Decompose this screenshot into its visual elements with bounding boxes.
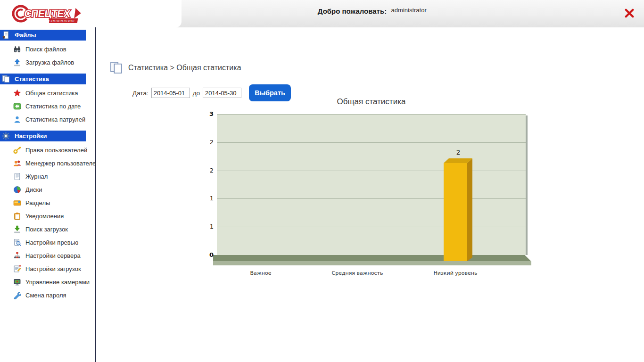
sidebar-item-sections[interactable]: Разделы (0, 196, 95, 209)
main-content: Статистика > Общая статистика Дата: до В… (96, 27, 644, 362)
pages-icon (110, 61, 123, 74)
sidebar-section-settings: Настройки Права пользователей Менеджер п… (0, 131, 95, 302)
sidebar-item-label: Общая статистика (25, 90, 78, 97)
wrench-icon (13, 291, 21, 299)
sidebar-item-label: Смена пароля (25, 292, 66, 299)
sidebar-item-patrol-statistics[interactable]: Статистика патрулей (0, 113, 95, 126)
logo-subtext: КОНСОЛТИНГ (50, 19, 76, 23)
gridline (217, 227, 526, 227)
pages-icon (2, 75, 10, 83)
sidebar-item-file-search[interactable]: Поиск файлов (0, 42, 95, 56)
y-axis-tick-label: 1 (210, 195, 214, 202)
sidebar-item-label: Настройки сервера (25, 252, 81, 259)
sidebar-item-disks[interactable]: Диски (0, 183, 95, 196)
section-title: Настройки (15, 132, 47, 140)
sidebar-item-label: Статистика по дате (25, 103, 81, 110)
users-icon (13, 159, 21, 167)
sidebar-item-label: Загрузка файлов (25, 59, 74, 66)
y-axis-tick-label: 0 (209, 251, 214, 258)
sidebar-item-label: Управление камерами (25, 279, 90, 286)
sidebar-section-header-statistics: Статистика (0, 74, 86, 84)
sections-icon (13, 199, 21, 207)
sidebar-item-label: Менеджер пользователей (25, 160, 99, 167)
y-axis-tick-label: 2 (210, 139, 214, 146)
person-icon (13, 115, 21, 123)
sidebar-item-label: Поиск файлов (25, 46, 66, 53)
top-header: СПЕЦТЕХ КОНСОЛТИНГ Добро пожаловать: adm… (0, 0, 644, 27)
edit-document-icon (13, 265, 21, 273)
breadcrumb-text: Статистика > Общая статистика (128, 64, 241, 72)
download-icon (13, 225, 21, 233)
date-from-input[interactable] (151, 88, 190, 98)
document-icon (2, 31, 10, 39)
username: administrator (391, 7, 427, 14)
key-icon (13, 146, 21, 154)
sidebar-item-label: Статистика патрулей (25, 116, 85, 123)
sidebar-item-general-statistics[interactable]: Общая статистика (0, 86, 95, 99)
sidebar-item-label: Настройки превью (25, 239, 78, 246)
sidebar-item-camera-management[interactable]: Управление камерами (0, 275, 95, 288)
close-button[interactable] (624, 8, 635, 18)
gridline (217, 114, 526, 115)
logo-image: СПЕЦТЕХ КОНСОЛТИНГ (10, 2, 86, 25)
date-to-input[interactable] (203, 88, 241, 98)
section-title: Статистика (15, 75, 49, 82)
sidebar: Файлы Поиск файлов Загрузка файлов Стати… (0, 27, 96, 362)
gridline (217, 142, 526, 143)
sidebar-item-label: Диски (25, 186, 42, 193)
sidebar-item-upload-settings[interactable]: Настройки загрузок (0, 262, 95, 275)
chart-plot: 322110ВажноеСредняя важностьНизкий урове… (217, 114, 526, 255)
close-icon (624, 8, 635, 18)
sidebar-item-file-upload[interactable]: Загрузка файлов (0, 56, 95, 69)
sidebar-item-journal[interactable]: Журнал (0, 170, 95, 183)
sidebar-item-statistics-by-date[interactable]: Статистика по дате (0, 99, 95, 113)
notifications-icon (13, 212, 21, 220)
y-axis-tick-label: 3 (209, 110, 214, 117)
welcome-message: Добро пожаловать: administrator (318, 7, 427, 16)
sidebar-section-statistics: Статистика Общая статистика Статистика п… (0, 74, 95, 126)
monitor-icon (13, 278, 21, 286)
sidebar-item-user-rights[interactable]: Права пользователей (0, 143, 95, 156)
arrow-left-icon (13, 102, 21, 110)
sidebar-item-label: Разделы (25, 199, 50, 206)
sidebar-item-label: Журнал (25, 173, 48, 180)
gear-icon (2, 132, 10, 140)
chart-title: Общая статистика (217, 97, 526, 107)
breadcrumb: Статистика > Общая статистика (110, 61, 241, 74)
sidebar-item-server-settings[interactable]: Настройки сервера (0, 249, 95, 262)
sidebar-item-label: Права пользователей (25, 147, 87, 154)
sidebar-item-preview-settings[interactable]: Настройки превью (0, 236, 95, 249)
binoculars-icon (13, 45, 21, 53)
bar-value-label: 2 (446, 148, 470, 156)
x-axis-category-label: Низкий уровень (413, 270, 498, 276)
sidebar-item-label: Уведомления (25, 213, 64, 220)
upload-icon (13, 58, 21, 66)
sidebar-item-user-manager[interactable]: Менеджер пользователей (0, 156, 95, 170)
pie-chart-icon (13, 186, 21, 194)
sidebar-section-files: Файлы Поиск файлов Загрузка файлов (0, 30, 95, 69)
journal-icon (13, 173, 21, 181)
sidebar-item-download-search[interactable]: Поиск загрузок (0, 222, 95, 236)
sidebar-section-header-files: Файлы (0, 30, 86, 41)
sidebar-section-header-settings: Настройки (0, 131, 86, 141)
logo-text: СПЕЦТЕХ (24, 8, 71, 19)
sidebar-item-label: Поиск загрузок (25, 226, 68, 233)
date-label: Дата: (132, 90, 149, 97)
chart-platform (213, 255, 531, 265)
gridline (217, 171, 526, 171)
x-axis-category-label: Важное (218, 270, 303, 276)
section-title: Файлы (15, 32, 36, 39)
sidebar-item-change-password[interactable]: Смена пароля (0, 288, 95, 302)
welcome-label: Добро пожаловать: (318, 7, 387, 15)
x-axis-category-label: Средняя важность (315, 270, 400, 276)
bar-2 (444, 158, 473, 261)
y-axis-tick-label: 1 (210, 223, 214, 230)
logo: СПЕЦТЕХ КОНСОЛТИНГ (0, 0, 182, 27)
chart-side-wall (526, 115, 528, 255)
sidebar-item-label: Настройки загрузок (25, 265, 81, 272)
gridline (217, 198, 526, 199)
sidebar-item-notifications[interactable]: Уведомления (0, 209, 95, 222)
preview-icon (13, 239, 21, 247)
server-icon (13, 252, 21, 260)
date-between-label: до (193, 90, 200, 97)
